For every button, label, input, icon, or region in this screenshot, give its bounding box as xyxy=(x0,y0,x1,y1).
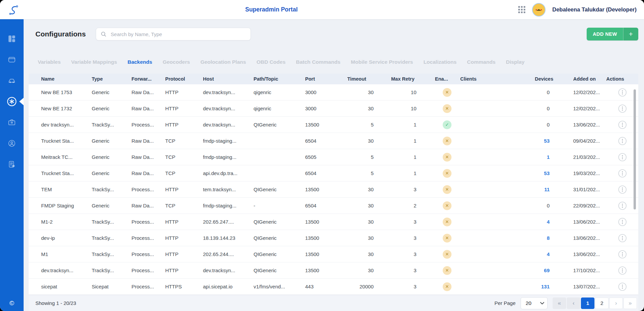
cell-actions xyxy=(606,234,638,243)
user-avatar[interactable] xyxy=(532,3,546,17)
cell-port: 443 xyxy=(305,284,347,289)
sidebar-item-cards[interactable] xyxy=(0,55,24,64)
cell-max-retry: 3 xyxy=(391,251,435,257)
row-actions-menu-icon[interactable] xyxy=(618,153,627,162)
cell-forwarding: Process... xyxy=(131,122,165,128)
tab-localizations[interactable]: Localizations xyxy=(423,59,457,65)
devices-count-link[interactable]: 4 xyxy=(547,219,550,225)
sidebar-item-reports[interactable] xyxy=(0,160,24,169)
devices-count-link[interactable]: 53 xyxy=(544,170,550,176)
cell-enabled: ✕ xyxy=(435,234,460,243)
devices-count-link[interactable]: 131 xyxy=(541,284,550,289)
cell-added-on: 13/06/202... xyxy=(556,235,606,241)
topbar: Superadmin Portal Debaleena Talukdar (De… xyxy=(0,0,644,19)
tab-mobile-service-providers[interactable]: Mobile Service Providers xyxy=(351,59,413,65)
tab-obd-codes[interactable]: OBD Codes xyxy=(257,59,286,65)
devices-count-link[interactable]: 69 xyxy=(544,267,550,273)
cell-path: qigenric xyxy=(254,89,305,95)
tab-geolocation-plans[interactable]: Geolocation Plans xyxy=(200,59,246,65)
page-button-1[interactable]: 1 xyxy=(581,298,594,309)
tab-commands[interactable]: Commands xyxy=(467,59,495,65)
row-actions-menu-icon[interactable] xyxy=(618,201,627,210)
table-row: New BE 1732GenericRaw Da...HTTPdev.track… xyxy=(29,101,638,117)
row-actions-menu-icon[interactable] xyxy=(618,169,627,178)
cell-max-retry: 1 xyxy=(391,154,435,160)
cell-type: Generic xyxy=(92,106,131,111)
cell-forwarding: Raw Da... xyxy=(131,203,165,208)
row-actions-menu-icon[interactable] xyxy=(618,104,627,113)
cell-host: dev.tracksyn... xyxy=(203,122,254,128)
cell-type: Generic xyxy=(92,89,131,95)
sidebar-item-accounts[interactable] xyxy=(0,139,24,148)
cell-added-on: 22/09/202... xyxy=(556,203,606,208)
cell-port: 13500 xyxy=(305,267,347,273)
tab-display[interactable]: Display xyxy=(506,59,525,65)
prev-page-button[interactable]: ‹ xyxy=(567,298,580,309)
sidebar-item-dashboard[interactable] xyxy=(0,34,24,44)
page-button-2[interactable]: 2 xyxy=(595,298,609,309)
disabled-cross-icon: ✕ xyxy=(443,218,451,226)
row-actions-menu-icon[interactable] xyxy=(618,88,627,97)
cell-type: TrackSy... xyxy=(92,267,131,273)
app-logo[interactable] xyxy=(7,3,20,16)
first-page-button[interactable]: « xyxy=(553,298,566,309)
table-row: Trucknet Sta...GenericRaw Da...TCPapi.de… xyxy=(29,165,638,181)
table-row: M1TrackSy...Process...HTTP202.65.244....… xyxy=(29,246,638,262)
cell-path: qigenric xyxy=(254,106,305,111)
per-page-select[interactable]: 20 xyxy=(521,298,547,309)
devices-count-link[interactable]: 53 xyxy=(544,138,550,144)
cell-path: QIGeneric xyxy=(254,235,305,241)
tab-variables[interactable]: Variables xyxy=(38,59,61,65)
report-icon xyxy=(7,160,16,169)
last-page-button[interactable]: » xyxy=(623,298,637,309)
add-new-button[interactable]: ADD NEW + xyxy=(587,28,638,40)
devices-count: 0 xyxy=(547,122,550,128)
cell-protocol: TCP xyxy=(165,203,203,208)
row-actions-menu-icon[interactable] xyxy=(618,185,627,194)
row-actions-menu-icon[interactable] xyxy=(618,218,627,226)
table-row: dev tracksyn...TrackSy...Process...HTTPd… xyxy=(29,117,638,133)
cell-host: api.sicepat.io xyxy=(203,284,254,289)
column-header-timeout: Timeout xyxy=(347,76,391,82)
devices-count-link[interactable]: 8 xyxy=(547,235,550,241)
sidebar-item-toolbox[interactable] xyxy=(0,118,24,127)
cell-port: 13500 xyxy=(305,251,347,257)
cell-path: QIGeneric xyxy=(254,267,305,273)
row-actions-menu-icon[interactable] xyxy=(618,234,627,243)
row-actions-menu-icon[interactable] xyxy=(618,266,627,275)
row-actions-menu-icon[interactable] xyxy=(618,282,627,291)
cell-name: Trucknet Sta... xyxy=(41,170,92,176)
row-actions-menu-icon[interactable] xyxy=(618,250,627,259)
column-header-name: Name xyxy=(41,76,92,82)
tabs: VariablesVariable MappingsBackendsGeocod… xyxy=(38,57,638,67)
search-input[interactable] xyxy=(110,31,246,37)
devices-count-link[interactable]: 1 xyxy=(547,154,550,160)
cell-forwarding: Process... xyxy=(131,219,165,225)
cell-timeout: 20000 xyxy=(347,284,391,289)
next-page-button[interactable]: › xyxy=(609,298,623,309)
row-actions-menu-icon[interactable] xyxy=(618,120,627,129)
cell-host: fmdp-staging... xyxy=(203,154,254,160)
devices-count-link[interactable]: 4 xyxy=(547,251,550,257)
tab-variable-mappings[interactable]: Variable Mappings xyxy=(71,59,117,65)
devices-count: 0 xyxy=(547,203,550,208)
user-name[interactable]: Debaleena Talukdar (Developer) xyxy=(552,6,637,13)
sidebar-item-vehicles[interactable] xyxy=(0,76,24,85)
cell-enabled: ✕ xyxy=(435,88,460,97)
plus-icon: + xyxy=(623,28,638,40)
enabled-check-icon: ✓ xyxy=(443,120,451,129)
cell-enabled: ✕ xyxy=(435,218,460,226)
devices-count-link[interactable]: 11 xyxy=(544,187,550,192)
cell-path: - xyxy=(254,203,305,208)
cell-added-on: 21/03/202... xyxy=(556,154,606,160)
cell-protocol: HTTP xyxy=(165,219,203,225)
table-row: TEMTrackSy...Process...HTTPtem.tracksyn.… xyxy=(29,181,638,198)
sidebar-item-configurations[interactable] xyxy=(0,97,24,106)
row-actions-menu-icon[interactable] xyxy=(618,137,627,145)
tab-backends[interactable]: Backends xyxy=(127,59,152,65)
table-scrollbar[interactable] xyxy=(634,89,636,209)
tab-geocoders[interactable]: Geocoders xyxy=(163,59,190,65)
backends-table: NameTypeForwar...ProtocolHostPath/TopicP… xyxy=(29,74,638,295)
tab-batch-commands[interactable]: Batch Commands xyxy=(296,59,341,65)
apps-grid-icon[interactable] xyxy=(518,6,525,13)
